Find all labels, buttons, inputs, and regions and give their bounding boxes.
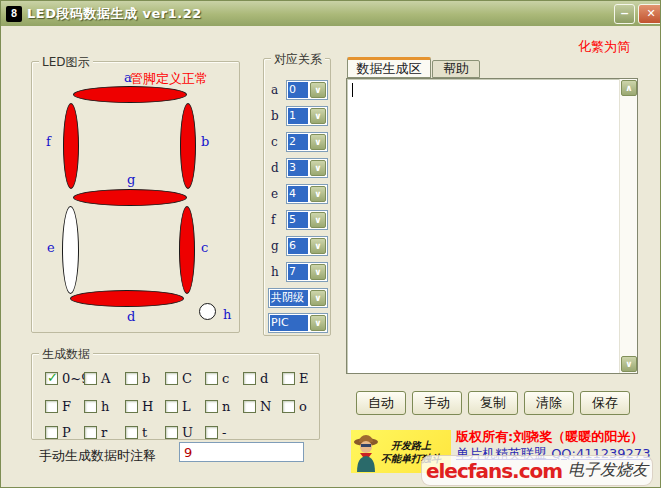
pin-e-label: e [271, 187, 278, 201]
vertical-scrollbar[interactable]: ∧ ∨ [619, 79, 637, 373]
checkbox-label: o [299, 399, 307, 414]
chevron-down-icon[interactable]: ∨ [310, 108, 326, 124]
checkbox-L[interactable] [165, 400, 178, 413]
comment-input[interactable] [179, 442, 304, 462]
checkbox-A[interactable] [84, 372, 97, 385]
decimal-point-segment[interactable] [199, 303, 216, 320]
segment-d[interactable] [70, 290, 184, 307]
segment-a[interactable] [73, 86, 187, 103]
segment-c-label: c [201, 240, 208, 255]
pin-b-combobox[interactable]: 1 ∨ [286, 106, 328, 126]
checkbox-o[interactable] [282, 400, 295, 413]
output-textarea[interactable]: ∧ ∨ [346, 78, 638, 374]
title-bar[interactable]: 8 LED段码数据生成 ver1.22 − ✕ [1, 1, 660, 26]
mascot-image [351, 431, 381, 473]
segment-e[interactable] [62, 206, 79, 294]
tab-help[interactable]: 帮助 [432, 60, 480, 78]
checkbox-U[interactable] [165, 426, 178, 439]
chip-combobox[interactable]: PIC ∨ [268, 313, 328, 333]
auto-button[interactable]: 自动 [356, 391, 406, 415]
combobox-value: 7 [288, 264, 308, 280]
checkbox-n[interactable] [205, 400, 218, 413]
combobox-value: PIC [270, 315, 308, 331]
checkbox-t[interactable] [125, 426, 138, 439]
pin-e-combobox[interactable]: 4 ∨ [286, 184, 328, 204]
mapping-row-c: c 2 ∨ [264, 132, 330, 152]
pin-d-combobox[interactable]: 3 ∨ [286, 158, 328, 178]
minimize-button[interactable]: − [614, 4, 635, 24]
checkbox-E[interactable] [282, 372, 295, 385]
checkbox-h[interactable] [84, 400, 97, 413]
checkbox-F[interactable] [45, 400, 58, 413]
checkbox-label: c [222, 371, 229, 386]
watermark-brand: elecfans.com [426, 459, 562, 483]
checkbox-label: t [142, 425, 147, 440]
pin-g-combobox[interactable]: 6 ∨ [286, 236, 328, 256]
segment-e-label: e [47, 240, 55, 255]
checkbox-label: H [142, 399, 153, 414]
chevron-down-icon[interactable]: ∨ [310, 238, 326, 254]
chevron-down-icon[interactable]: ∨ [310, 134, 326, 150]
checkbox-b[interactable] [125, 372, 138, 385]
checkbox-label: F [62, 399, 71, 414]
manual-button[interactable]: 手动 [412, 391, 462, 415]
mapping-row-a: a 0 ∨ [264, 80, 330, 100]
watermark-suffix: 电子发烧友 [568, 460, 648, 481]
chevron-down-icon[interactable]: ∨ [310, 290, 326, 306]
checkbox-label: N [260, 399, 271, 414]
pin-a-label: a [271, 83, 278, 97]
polarity-combobox[interactable]: 共阴级 ∨ [268, 288, 328, 308]
checkbox-dash[interactable] [205, 426, 218, 439]
checkbox-0-9[interactable] [45, 372, 58, 385]
chevron-down-icon[interactable]: ∨ [310, 186, 326, 202]
decimal-point-label: h [223, 307, 231, 322]
checkbox-label: - [222, 425, 226, 440]
mapping-row-h: h 7 ∨ [264, 262, 330, 282]
checkbox-r[interactable] [84, 426, 97, 439]
pin-b-label: b [271, 109, 279, 123]
combobox-value: 2 [288, 134, 308, 150]
segment-b[interactable] [180, 103, 196, 189]
slogan-text: 化繁为简 [578, 38, 630, 56]
pin-h-combobox[interactable]: 7 ∨ [286, 262, 328, 282]
segment-f[interactable] [63, 103, 79, 189]
chevron-down-icon[interactable]: ∨ [310, 212, 326, 228]
pin-c-label: c [271, 135, 278, 149]
checkbox-H[interactable] [125, 400, 138, 413]
copyright-text: 版权所有:刘骁奖（暖暖的阳光） [456, 428, 643, 446]
pin-g-label: g [271, 239, 279, 253]
clear-button[interactable]: 清除 [524, 391, 574, 415]
checkbox-label: L [182, 399, 191, 414]
chevron-down-icon[interactable]: ∨ [310, 82, 326, 98]
segment-g[interactable] [73, 189, 187, 206]
segment-a-label: a [124, 70, 132, 85]
save-button[interactable]: 保存 [580, 391, 630, 415]
scroll-up-icon[interactable]: ∧ [621, 80, 637, 96]
segment-g-label: g [127, 172, 135, 187]
checkbox-label: n [222, 399, 230, 414]
pin-a-combobox[interactable]: 0 ∨ [286, 80, 328, 100]
pin-d-label: d [271, 161, 279, 175]
mapping-group-label: 对应关系 [271, 51, 325, 68]
checkbox-C[interactable] [165, 372, 178, 385]
chevron-down-icon[interactable]: ∨ [310, 315, 326, 331]
tab-data-output[interactable]: 数据生成区 [347, 57, 431, 78]
close-button[interactable]: ✕ [638, 4, 661, 24]
combobox-value: 1 [288, 108, 308, 124]
pin-f-combobox[interactable]: 5 ∨ [286, 210, 328, 230]
copy-button[interactable]: 复制 [468, 391, 518, 415]
checkbox-P[interactable] [45, 426, 58, 439]
checkbox-N[interactable] [243, 400, 256, 413]
chevron-down-icon[interactable]: ∨ [310, 264, 326, 280]
checkbox-label: b [142, 371, 150, 386]
checkbox-c[interactable] [205, 372, 218, 385]
scroll-down-icon[interactable]: ∨ [621, 356, 637, 372]
pin-c-combobox[interactable]: 2 ∨ [286, 132, 328, 152]
mapping-row-d: d 3 ∨ [264, 158, 330, 178]
mapping-row-g: g 6 ∨ [264, 236, 330, 256]
app-icon: 8 [6, 6, 22, 22]
segment-b-label: b [201, 134, 209, 149]
chevron-down-icon[interactable]: ∨ [310, 160, 326, 176]
checkbox-d[interactable] [243, 372, 256, 385]
segment-c[interactable] [179, 206, 195, 294]
